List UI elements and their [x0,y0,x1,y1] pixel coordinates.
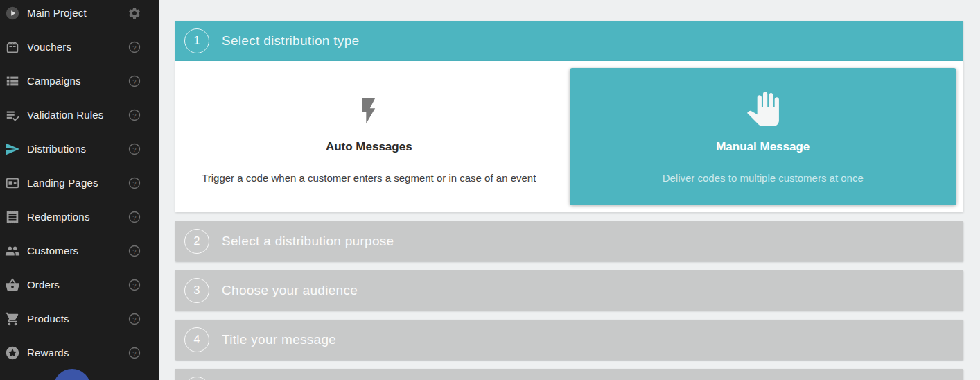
sidebar-item-orders[interactable]: Orders ? [0,268,159,302]
help-icon[interactable]: ? [128,142,141,156]
svg-text:?: ? [132,179,136,187]
sidebar-list: Main Project Vouchers ? Campaigns ? [0,0,159,370]
step-2-label: Select a distribution purpose [222,234,394,249]
svg-text:?: ? [132,315,136,322]
sidebar-item-redemptions[interactable]: Redemptions ? [0,200,159,234]
chat-widget-button[interactable] [53,369,91,380]
sidebar-item-label: Products [27,313,128,325]
sidebar-item-vouchers[interactable]: Vouchers ? [0,30,159,64]
option-title: Auto Messages [326,140,412,154]
step-5-number [184,377,209,380]
help-icon[interactable]: ? [128,312,141,326]
option-description: Trigger a code when a customer enters a … [202,172,536,184]
step-1-label: Select distribution type [222,33,359,49]
sidebar-item-distributions[interactable]: Distributions ? [0,132,159,166]
svg-text:?: ? [132,349,136,356]
gear-icon[interactable] [128,6,141,20]
step-1-number: 1 [184,28,209,53]
option-title: Manual Message [716,140,810,154]
sidebar-item-label: Validation Rules [27,109,128,121]
sidebar-item-validation-rules[interactable]: Validation Rules ? [0,98,159,132]
sidebar-item-label: Rewards [27,347,128,359]
people-icon [4,243,21,259]
svg-text:?: ? [132,111,136,119]
help-icon[interactable]: ? [128,74,141,88]
step-4-label: Title your message [222,332,336,347]
sidebar-item-label: Customers [27,245,128,257]
step-1-panel: Auto Messages Trigger a code when a cust… [175,61,963,212]
sidebar-item-label: Vouchers [27,41,128,53]
voucher-icon [4,39,21,55]
help-icon[interactable]: ? [128,40,141,54]
help-icon[interactable]: ? [128,346,141,360]
help-icon[interactable]: ? [128,108,141,122]
send-icon [4,141,21,157]
list-check-icon [4,107,21,123]
help-icon[interactable]: ? [128,210,141,224]
sidebar-item-products[interactable]: Products ? [0,302,159,336]
star-circle-icon [4,345,21,361]
svg-text:?: ? [132,281,136,288]
option-manual-message[interactable]: Manual Message Deliver codes to multiple… [570,68,957,205]
sidebar-item-customers[interactable]: Customers ? [0,234,159,268]
step-5-header [175,369,963,380]
sidebar-item-label: Redemptions [27,211,128,223]
step-3-header: 3 Choose your audience [175,270,963,311]
sidebar-item-label: Campaigns [27,75,128,87]
sidebar-item-label: Main Project [27,7,128,19]
web-page-icon [4,175,21,191]
svg-text:?: ? [132,77,136,85]
sidebar: Main Project Vouchers ? Campaigns ? [0,0,159,380]
svg-text:?: ? [132,213,136,221]
cart-icon [4,311,21,327]
step-2-header: 2 Select a distribution purpose [175,221,963,261]
step-4-number: 4 [184,327,209,352]
help-icon[interactable]: ? [128,278,141,292]
sidebar-item-campaigns[interactable]: Campaigns ? [0,64,159,98]
help-icon[interactable]: ? [128,244,141,258]
sidebar-item-label: Landing Pages [27,177,128,189]
step-2-number: 2 [184,229,209,254]
lightning-icon [353,90,384,126]
option-description: Deliver codes to multiple customers at o… [663,172,864,184]
sidebar-item-rewards[interactable]: Rewards ? [0,336,159,370]
sidebar-item-main-project[interactable]: Main Project [0,0,159,30]
step-3-number: 3 [184,278,209,303]
step-3-label: Choose your audience [222,283,358,298]
step-4-header: 4 Title your message [175,320,963,360]
basket-icon [4,277,21,293]
svg-text:?: ? [132,247,136,254]
distribution-wizard: 1 Select distribution type Auto Messages… [175,21,963,380]
sidebar-item-label: Distributions [27,143,128,155]
receipt-icon [4,209,21,225]
sidebar-item-label: Orders [27,279,128,291]
step-1-header: 1 Select distribution type [175,21,963,61]
list-icon [4,73,21,89]
play-circle-icon [4,5,21,21]
svg-text:?: ? [132,43,136,51]
help-icon[interactable]: ? [128,176,141,190]
svg-text:?: ? [132,145,136,153]
sidebar-item-landing-pages[interactable]: Landing Pages ? [0,166,159,200]
main-content: 1 Select distribution type Auto Messages… [159,0,980,380]
option-auto-messages[interactable]: Auto Messages Trigger a code when a cust… [175,61,563,212]
hand-icon [746,90,780,126]
